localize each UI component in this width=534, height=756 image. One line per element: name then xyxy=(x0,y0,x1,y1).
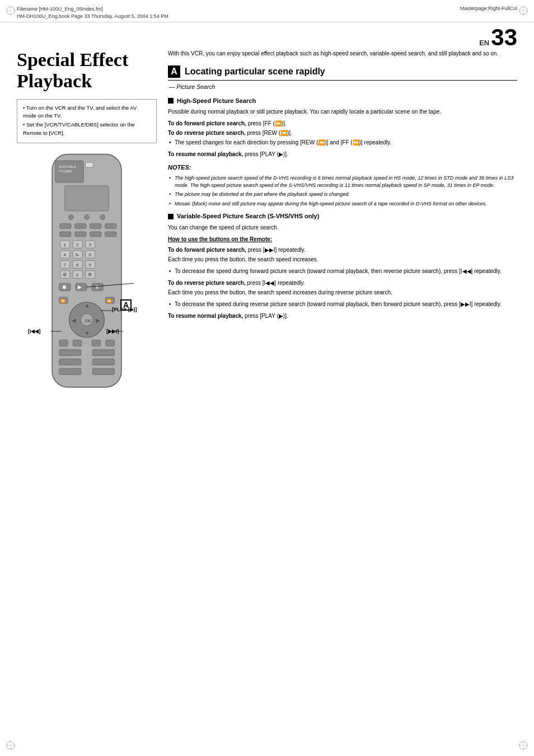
svg-rect-75 xyxy=(92,349,114,355)
intro-text: With this VCR, you can enjoy special eff… xyxy=(168,49,517,58)
svg-rect-78 xyxy=(59,368,81,374)
variable-speed-desc: You can change the speed of picture sear… xyxy=(168,223,517,232)
svg-text:⏩: ⏩ xyxy=(107,298,112,303)
svg-point-18 xyxy=(68,215,73,220)
svg-rect-25 xyxy=(60,232,71,237)
left-column: Special Effect Playback • Turn on the VC… xyxy=(17,49,157,403)
svg-rect-73 xyxy=(92,340,101,346)
svg-rect-23 xyxy=(90,223,101,228)
main-content: Special Effect Playback • Turn on the VC… xyxy=(0,49,534,414)
note-item-2: The picture may be distorted at the part… xyxy=(168,191,517,198)
svg-rect-17 xyxy=(65,186,109,211)
how-to-label: How to use the buttons on the Remote: xyxy=(168,235,517,243)
svg-rect-21 xyxy=(60,223,71,228)
corner-mark-tr xyxy=(518,6,528,16)
svg-text:2: 2 xyxy=(76,242,78,247)
svg-rect-16 xyxy=(86,162,93,167)
svg-text:1: 1 xyxy=(63,242,65,247)
svg-text:5•: 5• xyxy=(76,253,79,257)
svg-text:3: 3 xyxy=(88,242,91,247)
section-a-title: Locating particular scene rapidly xyxy=(185,67,325,77)
svg-text:▼: ▼ xyxy=(85,330,90,336)
svg-rect-24 xyxy=(105,223,116,228)
reverse-vs-line: To do reverse picture search, press [I◀◀… xyxy=(168,279,517,287)
corner-mark-br xyxy=(518,740,528,750)
decrease-reverse: To decrease the speed during reverse pic… xyxy=(168,300,517,308)
reverse-vs-detail: Each time you press the button, the sear… xyxy=(168,288,517,297)
svg-rect-77 xyxy=(92,359,114,365)
reverse-search-line: To do reverse picture search, press [REW… xyxy=(168,129,517,137)
section-a-box: A xyxy=(168,65,180,78)
corner-mark-tl xyxy=(6,6,16,16)
header-file-info: Filename [HM-100U_Eng_05Index.fm] HM-DH1… xyxy=(17,6,168,20)
forward-search-line: To do forward picture search, press [FF … xyxy=(168,119,517,128)
bullet-icon xyxy=(168,98,174,104)
svg-text:4: 4 xyxy=(63,252,66,257)
page-title: Special Effect Playback xyxy=(17,49,157,91)
svg-rect-72 xyxy=(73,340,82,346)
svg-text:8: 8 xyxy=(76,262,79,267)
note-item-3: Mosaic (block) noise and still picture m… xyxy=(168,200,517,208)
svg-text:*TV /DBS: *TV /DBS xyxy=(58,170,72,173)
variable-speed-heading: Variable-Speed Picture Search (S-VHS/VHS… xyxy=(168,212,517,221)
resume-normal-line: To resume normal playback, press [PLAY (… xyxy=(168,150,517,158)
svg-point-19 xyxy=(85,215,90,220)
right-column: With this VCR, you can enjoy special eff… xyxy=(168,49,517,403)
prerequisites-box: • Turn on the VCR and the TV, and select… xyxy=(17,99,157,143)
svg-text:▶: ▶ xyxy=(96,317,100,323)
svg-rect-79 xyxy=(92,368,114,374)
remote-illustration: VCR CABLE *TV /DBS xyxy=(25,151,148,403)
svg-text:⏪: ⏪ xyxy=(60,298,65,303)
svg-rect-71 xyxy=(106,340,115,346)
high-speed-desc: Possible during normal playback or still… xyxy=(168,107,517,116)
note-item-1: The high-speed picture search speed of t… xyxy=(168,175,517,189)
high-speed-heading: High-Speed Picture Search xyxy=(168,96,517,106)
bullet-icon-2 xyxy=(168,214,174,219)
section-a-heading: A Locating particular scene rapidly xyxy=(168,65,517,81)
resume-normal-2-line: To resume normal playback, press [PLAY (… xyxy=(168,312,517,320)
svg-text:⏹: ⏹ xyxy=(62,284,67,290)
svg-text:VCR CABLE: VCR CABLE xyxy=(58,165,76,168)
variable-speed-section: Variable-Speed Picture Search (S-VHS/VHS… xyxy=(168,212,517,320)
notes-section: NOTES: The high-speed picture search spe… xyxy=(168,163,517,207)
svg-point-48 xyxy=(63,273,67,276)
header-masterpage: Masterpage:Right-FullCol xyxy=(460,6,517,11)
speed-change-note: The speed changes for each direction by … xyxy=(168,138,517,147)
svg-text:0: 0 xyxy=(76,273,79,278)
page-container: Filename [HM-100U_Eng_05Index.fm] HM-DH1… xyxy=(0,0,534,756)
decrease-forward: To decrease the speed during forward pic… xyxy=(168,267,517,275)
svg-text:6: 6 xyxy=(88,252,91,257)
svg-text:7: 7 xyxy=(63,262,65,267)
forward-vs-detail: Each time you press the button, the sear… xyxy=(168,255,517,264)
en-label: EN xyxy=(479,39,489,47)
svg-text:OK: OK xyxy=(85,318,92,323)
svg-text:9: 9 xyxy=(88,262,91,267)
svg-point-20 xyxy=(100,215,105,220)
svg-rect-26 xyxy=(75,232,86,237)
page-number: 33 xyxy=(491,24,517,50)
subsection-title: — Picture Search xyxy=(168,83,517,92)
svg-rect-76 xyxy=(59,359,81,365)
svg-text:⏸: ⏸ xyxy=(95,284,100,290)
svg-text:▶: ▶ xyxy=(78,284,82,290)
page-header: Filename [HM-100U_Eng_05Index.fm] HM-DH1… xyxy=(0,0,534,22)
svg-rect-28 xyxy=(105,232,116,237)
svg-rect-70 xyxy=(59,340,68,346)
svg-text:▲: ▲ xyxy=(85,302,90,308)
prereq-item-2: • Set the [VCR/TV/CABLE/DBS] selector on… xyxy=(23,121,151,137)
forward-vs-line: To do forward picture search, press [▶▶I… xyxy=(168,246,517,254)
svg-text:◀: ◀ xyxy=(72,317,76,323)
svg-rect-74 xyxy=(59,349,81,355)
svg-point-52 xyxy=(88,273,92,276)
notes-title: NOTES: xyxy=(168,163,517,172)
page-number-area: EN 33 xyxy=(0,22,534,49)
prereq-item-1: • Turn on the VCR and the TV, and select… xyxy=(23,104,151,120)
corner-mark-bl xyxy=(6,740,16,750)
svg-rect-27 xyxy=(90,232,101,237)
svg-rect-22 xyxy=(75,223,86,228)
